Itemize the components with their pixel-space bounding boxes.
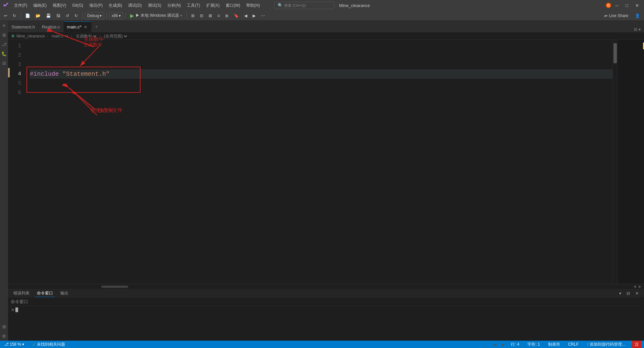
forward-button[interactable]: ↻ [11,12,18,20]
scroll-left-status[interactable]: ◀ [493,342,496,347]
menu-git[interactable]: Git(G) [69,2,86,8]
status-line-ending[interactable]: CRLF [567,341,580,348]
platform-label: x86 [111,13,118,18]
close-button[interactable]: ✕ [633,1,641,10]
scroll-right-status[interactable]: ▶ [501,342,504,347]
tab-main-close-button[interactable]: ✕ [83,24,88,30]
undo-button[interactable]: ↺ [64,12,71,20]
horizontal-scrollbar-thumb[interactable] [101,286,128,288]
status-no-issues[interactable]: ✓ 未找到相关问题 [31,341,66,348]
breadcrumb-dropdowns[interactable]: main.c [50,33,69,39]
breadcrumb: ⊞ Mine_clearance › main.c › 主函数中 › (全局范围… [8,32,644,40]
tab-add-button[interactable]: + [92,21,101,32]
save-button[interactable]: 💾 [44,12,53,20]
status-git-branch[interactable]: ⎇ 158 % ▾ [3,341,25,348]
vertical-scrollbar[interactable] [612,40,617,284]
toolbar-extra-1[interactable]: ⊞ [189,12,197,20]
activity-extensions-icon[interactable]: ⊟ [1,60,7,66]
account-settings-button[interactable]: 👤 [633,12,642,20]
menu-build[interactable]: 生成(B) [106,2,125,9]
menu-edit[interactable]: 编辑(E) [31,2,49,9]
minimap [617,40,644,284]
run-button[interactable]: ▶ ▶ 本地 Windows 调试器 ▾ [128,12,184,20]
panel-tab-output[interactable]: 输出 [58,290,70,297]
tab-main[interactable]: main.c* ✕ [64,21,92,32]
status-add-source[interactable]: ↑ 添加到源代码管理... [585,341,627,348]
account-icon[interactable]: O [606,3,611,8]
command-cursor[interactable] [15,307,18,312]
code-area[interactable]: 1 2 3 4 5 6 #include "Statement.h" [8,40,612,284]
toolbar-extra-5[interactable]: ≣ [223,12,230,20]
search-placeholder: 搜索 (Ctrl+Q) [284,3,306,8]
debug-config-dropdown[interactable]: Debug ▾ [85,12,104,19]
panel-scrollbar[interactable] [639,297,644,341]
panel-close-btn[interactable]: ✕ [633,290,641,296]
tabs-overflow-button[interactable]: ▾ [638,27,641,32]
scroll-left-btn[interactable]: ◀ [633,284,636,289]
minimize-button[interactable]: ─ [612,1,621,10]
toolbar-extra-4[interactable]: ≡ [215,12,222,20]
save-all-button[interactable]: 🖫 [54,12,62,20]
menu-window[interactable]: 窗口(W) [223,2,243,9]
panel-collapse-btn[interactable]: ▾ [617,290,623,296]
tab-statement-label: Statement.h [11,24,35,29]
line-ending-info: CRLF [568,342,579,347]
back-button[interactable]: ↩ [2,12,9,20]
title-right: O ─ □ ✕ [606,1,641,10]
panel-area: ◀ ▶ 错误列表 命令窗口 输出 ▾ ⊟ ✕ 命令窗口 [8,284,644,341]
toolbar-extra-6[interactable]: 🔖 [232,12,241,20]
redo-button[interactable]: ↻ [72,12,80,20]
status-encoding[interactable]: 制表符 [547,341,561,348]
activity-search-icon[interactable]: ⊞ [1,31,7,38]
toolbar-extra-8[interactable]: ▶ [251,12,258,20]
live-share-icon: ⇌ [604,13,607,18]
activity-git-icon[interactable]: ⎇ [1,41,7,48]
horizontal-scrollbar[interactable]: ◀ ▶ [8,284,644,289]
panel-float-btn[interactable]: ⊟ [625,290,632,296]
live-share-button[interactable]: ⇌ Live Share [601,13,631,19]
menu-file[interactable]: 文件(F) [11,2,30,9]
toolbar-extra-2[interactable]: ⊟ [198,12,205,20]
menu-view[interactable]: 视图(V) [50,2,69,9]
toolbar-extra-3[interactable]: ⊠ [207,12,214,20]
activity-debug-icon[interactable]: 🐛 [1,50,7,57]
toolbar-extra-7[interactable]: ◀ [242,12,249,20]
scrollbar-thumb[interactable] [613,43,617,63]
panel-tab-command[interactable]: 命令窗口 [35,290,55,297]
status-char[interactable]: 字符: 1 [526,341,541,348]
breadcrumb-scope-dropdown[interactable]: 主函数中 [74,33,97,39]
open-button[interactable]: 📂 [34,12,43,20]
menu-test[interactable]: 测试(S) [145,2,164,9]
tab-realize[interactable]: Realize.c [39,21,63,32]
menu-help[interactable]: 帮助(H) [244,2,263,9]
check-icon: ✓ [32,342,36,347]
activity-icon-6[interactable]: ⊞ [1,323,7,330]
menu-analyze[interactable]: 分析(N) [165,2,184,9]
live-share-label: Live Share [609,13,628,18]
breadcrumb-scope-2-dropdown[interactable]: (全局范围) [103,33,128,39]
vs-logo-icon [3,2,9,9]
activity-explorer-icon[interactable]: ≡ [1,22,7,29]
toolbar-extra-9[interactable]: ⋯ [259,12,267,20]
code-content[interactable]: #include "Statement.h" 主函数中 [26,40,612,284]
restore-button[interactable]: □ [623,1,631,10]
code-line-4: #include "Statement.h" [30,69,612,79]
tabs-split-button[interactable]: ⊟ [633,27,638,32]
new-project-button[interactable]: 📄 [23,12,32,20]
string-literal: "Statement.h" [62,69,109,79]
breadcrumb-project[interactable]: Mine_clearance [16,34,45,39]
status-flag[interactable]: 汉 [632,341,641,348]
menu-extensions[interactable]: 扩展(X) [204,2,222,9]
status-line[interactable]: 行: 4 [509,341,521,348]
tab-statement[interactable]: Statement.h [8,21,39,32]
menu-debug[interactable]: 调试(D) [125,2,145,9]
activity-icon-7[interactable]: ⚙ [1,333,7,339]
scroll-right-btn[interactable]: ▶ [639,284,641,289]
search-box[interactable]: 🔍 搜索 (Ctrl+Q) [274,2,334,9]
panel-content[interactable]: > [8,306,644,341]
menu-project[interactable]: 项目(P) [87,2,105,9]
platform-dropdown[interactable]: x86 ▾ [109,12,123,19]
menu-tools[interactable]: 工具(T) [184,2,203,9]
add-source-label: 添加到源代码管理... [590,342,625,347]
panel-tab-errors[interactable]: 错误列表 [11,290,32,297]
